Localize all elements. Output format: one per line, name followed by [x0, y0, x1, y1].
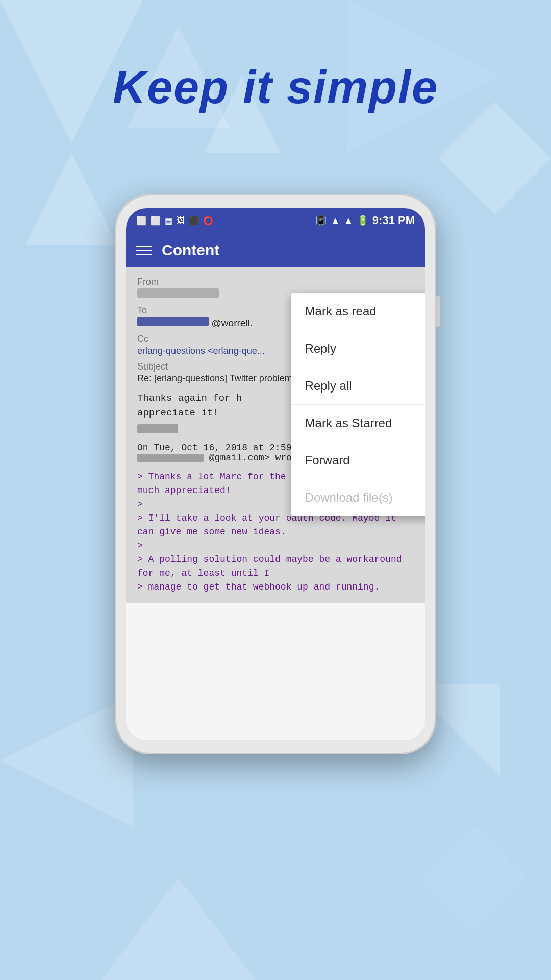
- menu-item-download-files: Download file(s): [291, 479, 425, 516]
- wifi-icon: ▲: [331, 215, 340, 226]
- battery-icon: 🔋: [357, 215, 368, 226]
- app-icon-2: ⬜: [151, 216, 161, 226]
- app-icon-3: ▦: [165, 216, 172, 226]
- app-icon-5: ⬛: [189, 216, 199, 226]
- phone-side-button: [436, 296, 440, 327]
- status-right-icons: 📳 ▲ ▲ 🔋 9:31 PM: [315, 214, 415, 227]
- app-icon-4: 🖼: [177, 216, 185, 225]
- menu-item-reply[interactable]: Reply: [291, 330, 425, 368]
- app-header: Content: [126, 233, 425, 267]
- app-icon-6: ⭕: [203, 216, 213, 226]
- phone-screen: ⬜ ⬜ ▦ 🖼 ⬛ ⭕ 📳 ▲ ▲ 🔋 9:31 PM: [126, 208, 425, 740]
- status-left-icons: ⬜ ⬜ ▦ 🖼 ⬛ ⭕: [136, 216, 213, 226]
- menu-item-forward[interactable]: Forward: [291, 442, 425, 479]
- app-icon-1: ⬜: [136, 216, 146, 226]
- hamburger-menu-button[interactable]: [136, 246, 152, 255]
- app-header-title: Content: [162, 241, 219, 259]
- page-title: Keep it simple: [0, 61, 551, 114]
- status-bar: ⬜ ⬜ ▦ 🖼 ⬛ ⭕ 📳 ▲ ▲ 🔋 9:31 PM: [126, 208, 425, 233]
- status-time: 9:31 PM: [372, 214, 415, 227]
- menu-item-reply-all[interactable]: Reply all: [291, 368, 425, 405]
- email-content: From To @worrell. Cc erlang-questions <e…: [126, 267, 425, 603]
- context-menu-overlay[interactable]: Mark as read Reply Reply all Mark as Sta…: [126, 267, 425, 603]
- phone-mockup: ⬜ ⬜ ▦ 🖼 ⬛ ⭕ 📳 ▲ ▲ 🔋 9:31 PM: [115, 194, 436, 754]
- vibrate-icon: 📳: [315, 215, 327, 226]
- signal-icon: ▲: [344, 215, 353, 226]
- context-menu: Mark as read Reply Reply all Mark as Sta…: [291, 293, 425, 516]
- menu-item-mark-as-starred[interactable]: Mark as Starred: [291, 405, 425, 442]
- menu-item-mark-as-read[interactable]: Mark as read: [291, 293, 425, 330]
